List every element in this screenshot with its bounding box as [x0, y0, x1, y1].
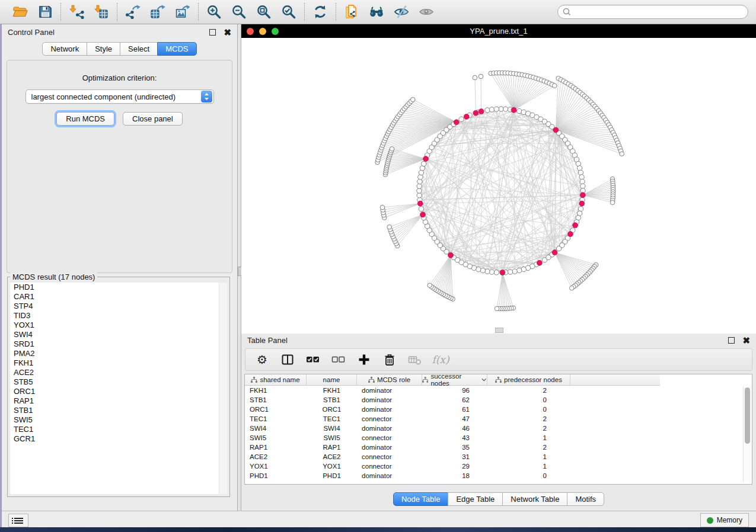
memory-button[interactable]: Memory: [700, 513, 749, 527]
table-cell: 31: [422, 453, 487, 460]
table-cell: 18: [422, 472, 487, 479]
column-header-shared-name[interactable]: shared name: [245, 374, 307, 385]
table-scrollbar[interactable]: [743, 386, 751, 482]
list-item[interactable]: GCR1: [10, 434, 227, 444]
table-cell: 1: [487, 434, 570, 441]
list-item[interactable]: PHD1: [10, 283, 227, 292]
list-item[interactable]: YOX1: [10, 321, 227, 330]
horizontal-splitter-handle[interactable]: [495, 328, 503, 333]
clone-network-icon[interactable]: [343, 4, 360, 20]
table-cell: SWI5: [245, 434, 307, 441]
tab-mcds[interactable]: MCDS: [157, 42, 196, 56]
table-row[interactable]: RAP1RAP1dominator352: [245, 443, 752, 452]
list-item[interactable]: ORC1: [10, 387, 227, 396]
close-table-panel-icon[interactable]: ✖: [742, 338, 750, 343]
export-network-icon[interactable]: [125, 4, 141, 20]
tab-network[interactable]: Network: [42, 42, 87, 56]
column-header-MCDS-role[interactable]: MCDS role: [357, 374, 422, 385]
table-panel-title: Table Panel: [247, 336, 288, 345]
toolbar-group: [61, 4, 117, 20]
toolbar-group: [5, 4, 60, 20]
close-panel-button[interactable]: Close panel: [123, 112, 183, 126]
column-header-successor-nodes[interactable]: successor nodes: [422, 374, 487, 385]
list-item[interactable]: CAR1: [10, 292, 227, 302]
list-item[interactable]: RAP1: [10, 396, 227, 406]
close-panel-icon[interactable]: ✖: [224, 30, 231, 35]
import-table-icon[interactable]: [93, 4, 110, 20]
memory-status-icon: [707, 517, 713, 524]
zoom-fit-icon[interactable]: [256, 4, 272, 20]
table-row[interactable]: FKH1FKH1dominator962: [245, 386, 752, 395]
mcds-result-list[interactable]: PHD1CAR1STP4TID3YOX1SWI4SRD1PMA2FKH1ACE2…: [10, 283, 227, 494]
control-panel-title: Control Panel: [8, 28, 55, 37]
table-row[interactable]: YOX1YOX1connector291: [245, 462, 752, 471]
list-item[interactable]: FKH1: [10, 358, 227, 368]
table-scrollbar-thumb[interactable]: [745, 387, 750, 444]
tab-motifs[interactable]: Motifs: [567, 492, 604, 506]
control-panel-tabs: NetworkStyleSelectMCDS: [2, 42, 237, 56]
table-cell: 2: [487, 425, 570, 432]
toolbar-group: [117, 4, 198, 20]
column-header-name[interactable]: name: [307, 374, 357, 385]
list-item[interactable]: SRD1: [10, 339, 227, 349]
table-row[interactable]: TEC1TEC1connector472: [245, 414, 752, 424]
list-item[interactable]: TID3: [10, 311, 227, 321]
export-image-icon[interactable]: [174, 4, 191, 20]
table-cell: connector: [357, 434, 422, 441]
network-canvas[interactable]: [241, 38, 756, 334]
list-item[interactable]: SWI4: [10, 330, 227, 339]
import-network-icon[interactable]: [68, 4, 85, 20]
list-item[interactable]: STB5: [10, 377, 227, 387]
list-item[interactable]: TEC1: [10, 425, 227, 434]
tab-select[interactable]: Select: [120, 42, 158, 56]
open-file-icon[interactable]: [12, 4, 28, 20]
tab-edge-table[interactable]: Edge Table: [448, 492, 503, 506]
list-item[interactable]: STB1: [10, 406, 227, 415]
table-row[interactable]: SWI4SWI4dominator462: [245, 424, 752, 433]
table-cell: 1: [487, 463, 570, 470]
table-row[interactable]: STB1STB1dominator620: [245, 395, 752, 405]
add-column-icon[interactable]: [357, 352, 371, 367]
hide-selected-icon[interactable]: [393, 4, 410, 20]
table-row[interactable]: ORC1ORC1dominator610: [245, 405, 752, 414]
find-icon[interactable]: [368, 4, 385, 20]
list-item[interactable]: SWI5: [10, 415, 227, 425]
select-all-icon[interactable]: [306, 352, 320, 367]
tab-network-table[interactable]: Network Table: [502, 492, 567, 506]
table-row[interactable]: ACE2ACE2connector311: [245, 452, 752, 462]
run-mcds-button[interactable]: Run MCDS: [56, 112, 114, 126]
table-row[interactable]: PHD1PHD1dominator180: [245, 471, 752, 480]
float-panel-icon[interactable]: [209, 29, 216, 36]
refresh-icon[interactable]: [312, 4, 328, 20]
tab-node-table[interactable]: Node Table: [393, 492, 449, 506]
list-scrollbar[interactable]: [219, 283, 227, 494]
tab-style[interactable]: Style: [87, 42, 120, 56]
zoom-in-icon[interactable]: [206, 4, 222, 20]
network-window-title: YPA_prune.txt_1: [241, 27, 756, 36]
save-session-icon[interactable]: [37, 4, 53, 20]
criterion-label: Optimization criterion:: [7, 73, 232, 82]
list-item[interactable]: STP4: [10, 302, 227, 311]
list-item[interactable]: ACE2: [10, 368, 227, 377]
export-table-icon[interactable]: [149, 4, 166, 20]
deselect-all-icon[interactable]: [331, 352, 346, 367]
list-item[interactable]: PMA2: [10, 349, 227, 358]
table-cell: 46: [422, 425, 487, 432]
delete-column-icon[interactable]: [382, 352, 397, 367]
show-columns-icon[interactable]: [280, 352, 295, 367]
table-cell: RAP1: [307, 444, 357, 451]
column-header-predecessor-nodes[interactable]: predecessor nodes: [487, 374, 570, 385]
float-table-panel-icon[interactable]: [728, 337, 735, 344]
zoom-selected-icon[interactable]: [280, 4, 297, 20]
table-cell: STB1: [307, 396, 357, 403]
settings-gear-icon[interactable]: ⚙: [255, 352, 269, 367]
table-cell: 29: [422, 463, 487, 470]
zoom-out-icon[interactable]: [231, 4, 247, 20]
task-history-button[interactable]: [8, 514, 28, 527]
criterion-dropdown[interactable]: largest connected component (undirected): [25, 89, 214, 104]
vertical-splitter[interactable]: [237, 24, 241, 511]
search-input[interactable]: [572, 6, 748, 18]
table-row[interactable]: SWI5SWI5connector431: [245, 433, 752, 443]
toolbar-group: [199, 4, 304, 20]
search-box[interactable]: [557, 5, 748, 19]
